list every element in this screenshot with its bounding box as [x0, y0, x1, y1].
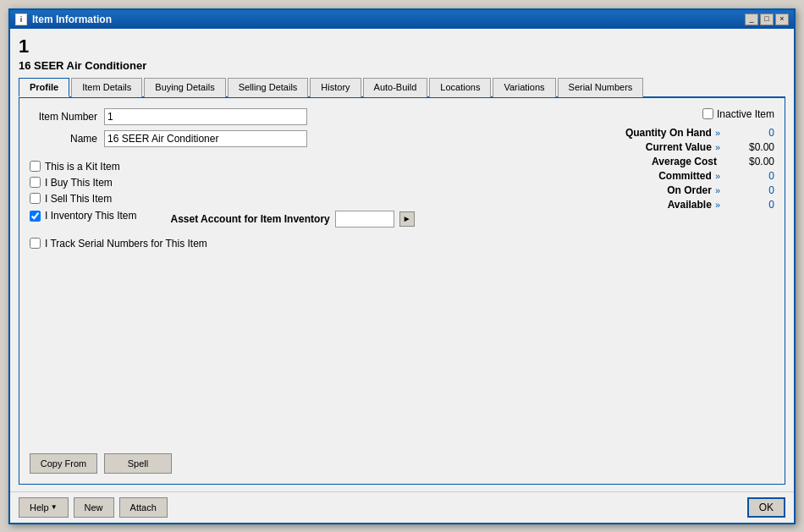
stat-chevron-available[interactable]: » [715, 200, 720, 210]
buy-label[interactable]: I Buy This Item [45, 177, 113, 189]
track-serial-row: I Track Serial Numbers for This Item [30, 238, 520, 250]
tab-bottom-buttons: Copy From Spell [30, 445, 774, 474]
new-button[interactable]: New [74, 497, 114, 518]
stat-chevron-onorder[interactable]: » [715, 185, 720, 195]
kit-checkbox-row: This is a Kit Item [30, 161, 520, 173]
spell-button[interactable]: Spell [104, 453, 172, 474]
tab-selling-details[interactable]: Selling Details [228, 78, 309, 97]
buy-checkbox-row: I Buy This Item [30, 177, 520, 189]
item-name-header: 16 SEER Air Conditioner [19, 59, 785, 72]
inactive-checkbox-group: Inactive Item [702, 108, 774, 120]
tab-history[interactable]: History [310, 78, 361, 97]
tab-variations[interactable]: Variations [493, 78, 555, 97]
tab-auto-build[interactable]: Auto-Build [363, 78, 428, 97]
name-input[interactable] [104, 130, 307, 147]
sell-checkbox-row: I Sell This Item [30, 193, 520, 205]
title-bar: i Item Information _ □ × [10, 10, 794, 29]
item-number-label: Item Number [30, 111, 97, 123]
stat-label-cv: Current Value [646, 141, 712, 153]
inventory-checkbox[interactable] [30, 211, 41, 222]
tab-locations[interactable]: Locations [429, 78, 491, 97]
buy-checkbox[interactable] [30, 177, 41, 188]
stat-row-onorder: On Order » 0 [537, 184, 774, 196]
sell-checkbox[interactable] [30, 193, 41, 204]
stat-row-cv: Current Value » $0.00 [537, 141, 774, 153]
inventory-checkbox-row: I Inventory This Item [30, 210, 137, 222]
tab-bar: Profile Item Details Buying Details Sell… [19, 77, 785, 98]
maximize-button[interactable]: □ [760, 14, 774, 25]
minimize-button[interactable]: _ [745, 14, 758, 25]
asset-arrow-button[interactable]: ► [399, 211, 415, 227]
title-bar-left: i Item Information [15, 14, 112, 25]
attach-button[interactable]: Attach [119, 497, 168, 518]
content-area: 1 16 SEER Air Conditioner Profile Item D… [10, 29, 794, 491]
stat-value-onorder: 0 [724, 184, 774, 196]
inactive-checkbox[interactable] [702, 108, 713, 119]
name-row: Name [30, 130, 520, 147]
item-number-input[interactable] [104, 108, 307, 125]
stat-row-available: Available » 0 [537, 199, 774, 211]
stat-row-ac: Average Cost $0.00 [537, 156, 774, 167]
stat-value-committed: 0 [724, 170, 774, 182]
close-button[interactable]: × [775, 14, 789, 25]
window-icon: i [15, 14, 27, 25]
track-serial-label[interactable]: I Track Serial Numbers for This Item [45, 238, 207, 250]
asset-label: Asset Account for Item Inventory [171, 213, 330, 225]
footer: Help ▼ New Attach OK [10, 491, 794, 523]
stat-chevron-committed[interactable]: » [715, 171, 720, 181]
stat-value-cv: $0.00 [724, 141, 774, 153]
help-button[interactable]: Help ▼ [19, 497, 69, 518]
stat-label-ac: Average Cost [652, 156, 717, 167]
item-number-header: 1 [19, 36, 785, 58]
stat-label-onorder: On Order [667, 184, 712, 196]
sell-label[interactable]: I Sell This Item [45, 193, 112, 205]
asset-input[interactable] [335, 211, 394, 228]
tab-buying-details[interactable]: Buying Details [144, 78, 225, 97]
window-title: Item Information [32, 14, 112, 25]
stat-row-committed: Committed » 0 [537, 170, 774, 182]
stat-label-committed: Committed [658, 170, 712, 182]
name-label: Name [30, 133, 97, 145]
stat-chevron-cv[interactable]: » [715, 142, 720, 152]
copy-from-button[interactable]: Copy From [30, 453, 97, 474]
checkboxes-section: This is a Kit Item I Buy This Item I Sel… [30, 161, 520, 228]
kit-label[interactable]: This is a Kit Item [45, 161, 120, 173]
profile-main: Item Number Name This is a Kit Item [30, 108, 774, 445]
item-number-row: Item Number [30, 108, 520, 125]
stat-label-qoh: Quantity On Hand [625, 127, 712, 139]
help-label: Help [30, 502, 49, 513]
track-serial-checkbox[interactable] [30, 238, 41, 249]
inactive-label[interactable]: Inactive Item [717, 108, 774, 120]
asset-row: Asset Account for Item Inventory ► [171, 211, 415, 228]
main-window: i Item Information _ □ × 1 16 SEER Air C… [8, 8, 796, 524]
tab-item-details[interactable]: Item Details [71, 78, 142, 97]
inventory-label[interactable]: I Inventory This Item [45, 210, 137, 222]
help-dropdown-arrow: ▼ [51, 503, 58, 511]
stat-label-available: Available [668, 199, 712, 211]
kit-checkbox[interactable] [30, 161, 41, 172]
footer-left: Help ▼ New Attach [19, 497, 168, 518]
right-section: Inactive Item Quantity On Hand » 0 Curre… [537, 108, 774, 445]
stat-chevron-qoh[interactable]: » [715, 128, 720, 138]
stat-value-ac: $0.00 [724, 156, 774, 167]
title-bar-buttons: _ □ × [745, 14, 789, 25]
ok-button[interactable]: OK [747, 497, 785, 518]
inactive-row: Inactive Item [537, 108, 774, 120]
tab-content-profile: Item Number Name This is a Kit Item [19, 98, 785, 485]
stat-value-qoh: 0 [724, 127, 774, 139]
tab-serial-numbers[interactable]: Serial Numbers [558, 78, 644, 97]
stat-row-qoh: Quantity On Hand » 0 [537, 127, 774, 139]
stat-value-available: 0 [724, 199, 774, 211]
tab-profile[interactable]: Profile [19, 78, 69, 97]
left-section: Item Number Name This is a Kit Item [30, 108, 520, 445]
